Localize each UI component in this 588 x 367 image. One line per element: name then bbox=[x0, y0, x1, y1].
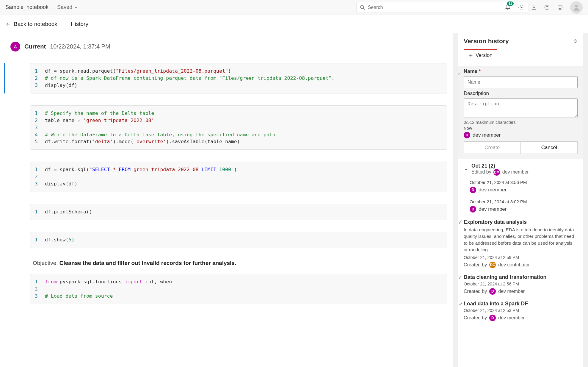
saved-status[interactable]: Saved bbox=[57, 4, 78, 10]
group-date: Oct 21 (2) bbox=[471, 163, 529, 169]
author-avatar: D bbox=[470, 187, 476, 193]
version-btn-label: Version bbox=[476, 52, 493, 58]
version-desc-input[interactable] bbox=[464, 98, 578, 118]
author-name: dev contributor bbox=[498, 262, 530, 268]
history-group-header[interactable]: Oct 21 (2) Edited by DM dev member bbox=[464, 163, 578, 176]
code-content: # Specify the name of the Delta table ta… bbox=[45, 110, 275, 146]
author-name: dev member bbox=[479, 206, 507, 212]
code-content: from pyspark.sql.functions import col, w… bbox=[45, 278, 172, 300]
history-author: D dev member bbox=[470, 187, 578, 193]
line-gutter: 1 2 3 bbox=[35, 166, 45, 188]
feedback-button[interactable] bbox=[557, 4, 563, 10]
user-avatar[interactable] bbox=[570, 1, 583, 14]
version-history-panel: Version history Version Name * Descripti… bbox=[458, 33, 583, 367]
code-cell[interactable]: 1 df.show(5) bbox=[3, 232, 450, 248]
history-time: October 21, 2024 at 3:56 PM bbox=[470, 180, 578, 185]
group-editor: Edited by DM dev member bbox=[471, 169, 529, 176]
version-name-input[interactable] bbox=[464, 76, 578, 88]
current-version-header: A Current 10/22/2024, 1:37:4 PM bbox=[3, 36, 450, 57]
version-creator: Created by D dev member bbox=[464, 315, 578, 321]
plus-icon bbox=[468, 53, 473, 58]
author-avatar: D bbox=[489, 315, 496, 321]
markdown-cell[interactable]: Objective: Cleanse the data and filter o… bbox=[3, 260, 450, 274]
notebook-name[interactable]: Sample_notebook bbox=[5, 4, 48, 10]
history-item[interactable]: October 21, 2024 at 3:56 PM D dev member bbox=[464, 177, 578, 196]
version-title: Load data into a Spark DF bbox=[464, 301, 578, 307]
history-item[interactable]: October 21, 2024 at 3:02 PM D dev member bbox=[464, 196, 578, 215]
create-button[interactable]: Create bbox=[464, 141, 521, 154]
download-button[interactable] bbox=[531, 4, 537, 10]
line-gutter: 1 bbox=[35, 236, 45, 243]
arrow-left-icon bbox=[5, 21, 11, 27]
code-cell[interactable]: 1 2 3 4 5 # Specify the name of the Delt… bbox=[3, 105, 450, 150]
author-avatar: DC bbox=[489, 262, 496, 268]
divider bbox=[53, 4, 53, 11]
history-item-named[interactable]: Data cleaning and transformation October… bbox=[464, 271, 578, 297]
line-gutter: 1 2 3 bbox=[35, 68, 45, 89]
code-content: df = spark.sql("SELECT * FROM green_trip… bbox=[45, 166, 237, 188]
code-content: df = spark.read.parquet("Files/green_tri… bbox=[45, 68, 335, 89]
search-input[interactable] bbox=[356, 2, 529, 13]
edit-icon[interactable] bbox=[458, 71, 461, 76]
now-label: Now bbox=[464, 126, 578, 131]
edit-icon[interactable] bbox=[458, 275, 463, 279]
content-scrollbar[interactable] bbox=[453, 33, 458, 367]
svg-point-0 bbox=[360, 5, 363, 8]
sub-bar: Back to notebook History bbox=[0, 15, 588, 33]
notification-badge: 11 bbox=[507, 1, 514, 6]
chevron-down-icon bbox=[74, 5, 78, 10]
version-time: October 21, 2024 at 2:59 PM bbox=[464, 255, 578, 260]
svg-point-4 bbox=[559, 7, 560, 7]
tab-history[interactable]: History bbox=[68, 21, 91, 27]
history-time: October 21, 2024 at 3:02 PM bbox=[470, 199, 578, 204]
edit-icon[interactable] bbox=[458, 301, 463, 306]
panel-scrollbar[interactable] bbox=[583, 33, 588, 367]
history-item-named[interactable]: Exploratory data analysis In data engine… bbox=[464, 215, 578, 271]
author-avatar: A bbox=[10, 42, 20, 51]
cancel-button[interactable]: Cancel bbox=[521, 141, 578, 154]
version-btn-row: Version bbox=[458, 47, 583, 66]
code-cell[interactable]: 1 2 3 df = spark.sql("SELECT * FROM gree… bbox=[3, 162, 450, 192]
collapse-panel-icon[interactable] bbox=[572, 38, 578, 44]
svg-point-5 bbox=[561, 7, 561, 7]
chevron-down-icon bbox=[464, 167, 468, 172]
panel-title: Version history bbox=[464, 38, 509, 45]
history-author: D dev member bbox=[470, 206, 578, 213]
search-icon bbox=[360, 5, 365, 10]
history-item-named[interactable]: Load data into a Spark DF October 21, 20… bbox=[464, 297, 578, 324]
form-buttons: Create Cancel bbox=[464, 141, 578, 154]
version-time: October 21, 2024 at 2:56 PM bbox=[464, 282, 578, 286]
current-label: Current bbox=[24, 43, 46, 50]
main: A Current 10/22/2024, 1:37:4 PM 1 2 3 df… bbox=[0, 33, 588, 367]
version-title: Exploratory data analysis bbox=[464, 219, 578, 225]
code-cell[interactable]: 1 df.printSchema() bbox=[3, 204, 450, 220]
new-version-form: Name * Description 0/512 maximum charact… bbox=[458, 66, 583, 159]
version-title: Data cleaning and transformation bbox=[464, 274, 578, 280]
current-timestamp: 10/22/2024, 1:37:4 PM bbox=[50, 43, 110, 50]
version-creator: Created by D dev member bbox=[464, 288, 578, 295]
author-avatar: D bbox=[464, 132, 470, 138]
history-list: Oct 21 (2) Edited by DM dev member Octob… bbox=[458, 159, 583, 367]
version-desc: In data engineering, EDA is often done t… bbox=[464, 227, 578, 253]
help-button[interactable] bbox=[544, 4, 550, 10]
top-bar: Sample_notebook Saved Fabric Trial: 11 d… bbox=[0, 0, 588, 15]
objective-label: Objective: bbox=[33, 260, 59, 266]
back-label: Back to notebook bbox=[14, 21, 57, 27]
line-gutter: 1 2 3 4 5 bbox=[35, 110, 45, 146]
author-avatar: D bbox=[470, 206, 476, 213]
back-to-notebook-button[interactable]: Back to notebook bbox=[5, 21, 57, 27]
saved-label: Saved bbox=[57, 4, 72, 10]
add-version-button[interactable]: Version bbox=[464, 49, 497, 61]
objective-text: Cleanse the data and filter out invalid … bbox=[59, 260, 236, 266]
name-label: Name * bbox=[464, 68, 578, 74]
version-time: October 21, 2024 at 2:53 PM bbox=[464, 308, 578, 313]
help-icon bbox=[544, 4, 550, 11]
edit-icon[interactable] bbox=[458, 220, 463, 224]
notifications-button[interactable]: 11 bbox=[505, 4, 511, 10]
code-cell[interactable]: 1 2 3 df = spark.read.parquet("Files/gre… bbox=[3, 63, 450, 93]
author-name: dev member bbox=[498, 315, 525, 321]
code-cell[interactable]: 1 2 3 from pyspark.sql.functions import … bbox=[3, 274, 450, 304]
author-avatar: D bbox=[489, 288, 496, 295]
download-icon bbox=[531, 4, 537, 11]
settings-button[interactable] bbox=[518, 4, 524, 10]
